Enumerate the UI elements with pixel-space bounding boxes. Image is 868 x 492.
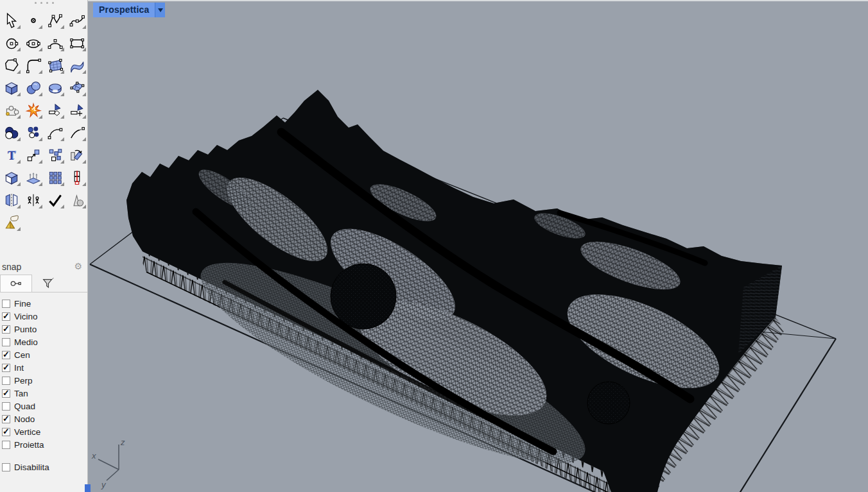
rhino-window: z x y Prospettica [0, 0, 868, 492]
checkbox[interactable] [2, 364, 10, 372]
viewport-tab[interactable]: Prospettica [93, 3, 165, 17]
status-corner-fragment [85, 484, 91, 492]
toolbar-icon-linear-array[interactable] [66, 166, 88, 189]
checkbox[interactable] [2, 402, 10, 411]
osnap-panel-title: snap [2, 262, 21, 272]
small-sphere[interactable] [587, 382, 630, 424]
checkbox[interactable] [2, 338, 10, 346]
snap-option-medio[interactable]: Medio [2, 335, 87, 348]
checkbox[interactable] [2, 389, 10, 398]
toolbar: TT [1, 9, 88, 233]
checkbox[interactable] [2, 415, 10, 423]
toolbar-icon-spheres[interactable] [22, 76, 44, 99]
snap-option-quad[interactable]: Quad [2, 400, 87, 412]
toolbar-icon-explode[interactable] [22, 99, 44, 121]
snap-option-tan[interactable]: Tan [2, 387, 87, 400]
snap-option-perp[interactable]: Perp [2, 374, 87, 387]
funnel-icon [41, 276, 55, 291]
viewport-tab-label[interactable]: Prospettica [93, 3, 155, 17]
toolbar-icon-point-cloud[interactable] [22, 121, 44, 144]
toolbar-icon-point[interactable] [22, 9, 44, 31]
toolbar-icon-curved-surface[interactable] [66, 54, 88, 76]
viewport-prospettica[interactable]: z x y Prospettica [88, 0, 868, 492]
toolbar-icon-surface-from-points[interactable] [44, 54, 66, 76]
checkbox[interactable] [2, 300, 10, 308]
snap-option-cen[interactable]: Cen [2, 348, 87, 361]
toolbar-icon-boolean-circles[interactable] [1, 121, 22, 144]
toolbar-icon-extend-curve[interactable] [66, 121, 88, 144]
toolbar-icon-polyline[interactable] [44, 9, 66, 31]
snap-option-disabilita[interactable]: Disabilita [2, 461, 87, 473]
toolbar-icon-move[interactable] [22, 144, 44, 166]
toolbar-icon-puzzle[interactable] [1, 99, 22, 121]
checkbox[interactable] [2, 441, 10, 449]
toolbar-icon-fillet-curves[interactable] [44, 121, 66, 144]
checkbox[interactable] [2, 351, 10, 359]
toolbar-icon-orient[interactable] [22, 189, 44, 211]
toolbar-icon-interpolated-curve[interactable] [66, 9, 88, 31]
toolbar-icon-hand-pyramid[interactable] [1, 211, 22, 233]
snap-option-vertice[interactable]: Vertice [2, 425, 87, 438]
toolbar-icon-primitives[interactable] [66, 189, 88, 211]
osnap-options-list: Fine Vicino Punto Medio Cen Int Perp Tan… [0, 293, 87, 473]
gear-icon[interactable]: ⚙ [74, 261, 82, 271]
osnap-icon [9, 276, 23, 291]
checkbox[interactable] [2, 325, 10, 334]
snap-option-fine[interactable]: Fine [2, 297, 87, 310]
snap-option-punto[interactable]: Punto [2, 323, 87, 335]
toolbar-drag-handle[interactable] [0, 2, 88, 8]
toolbar-icon-box[interactable] [1, 76, 22, 99]
toolbar-icon-rectangle[interactable] [66, 31, 88, 54]
snap-option-proietta[interactable]: Proietta [2, 438, 87, 451]
toolbar-icon-rotate[interactable] [66, 144, 88, 166]
toolbar-icon-extrude[interactable] [22, 166, 44, 189]
chevron-down-icon [158, 8, 163, 12]
toolbar-icon-rectangular-array[interactable] [44, 166, 66, 189]
checkbox[interactable] [2, 463, 10, 471]
toolbar-icon-polygon[interactable] [1, 54, 22, 76]
terrain-mesh[interactable] [126, 90, 782, 492]
snap-option-nodo[interactable]: Nodo [2, 412, 87, 425]
axis-label-x: x [91, 451, 96, 461]
toolbar-icon-circle[interactable] [1, 31, 22, 54]
toolbar-icon-trim[interactable] [44, 99, 66, 121]
toolbar-icon-ellipse[interactable] [22, 31, 44, 54]
large-sphere[interactable] [331, 264, 396, 329]
axis-gizmo: z x y [91, 437, 125, 489]
toolbar-icon-select-arrow[interactable] [1, 9, 22, 31]
toolbar-icon-torus[interactable] [44, 76, 66, 99]
toolbar-icon-split[interactable] [66, 99, 88, 121]
checkbox[interactable] [2, 428, 10, 436]
tab-filter[interactable] [32, 275, 64, 292]
toolbar-icon-solid-box[interactable] [1, 166, 22, 189]
toolbar-icon-copy[interactable] [44, 144, 66, 166]
toolbar-icon-text[interactable]: TT [1, 144, 22, 166]
tab-osnap[interactable] [0, 275, 32, 292]
viewport-tab-dropdown[interactable] [155, 3, 165, 17]
axis-label-y: y [101, 480, 107, 489]
snap-option-int[interactable]: Int [2, 361, 87, 374]
toolbar-icon-fillet-corner[interactable] [22, 54, 44, 76]
toolbar-icon-mirror[interactable] [1, 189, 22, 211]
viewport-canvas[interactable]: z x y [88, 0, 868, 492]
checkbox[interactable] [2, 312, 10, 321]
window-top-edge [88, 0, 868, 1]
toolbar-icon-arc[interactable] [44, 31, 66, 54]
left-panel: TT snap ⚙ [0, 0, 88, 492]
snap-option-vicino[interactable]: Vicino [2, 310, 87, 323]
toolbar-icon-surface-patch[interactable] [66, 76, 88, 99]
checkbox[interactable] [2, 377, 10, 385]
axis-label-z: z [120, 437, 125, 447]
toolbar-icon-check[interactable] [44, 189, 66, 211]
osnap-panel: snap ⚙ Fine Vicino Punto Medio Cen Int P… [0, 259, 87, 473]
svg-text:T: T [8, 149, 15, 162]
